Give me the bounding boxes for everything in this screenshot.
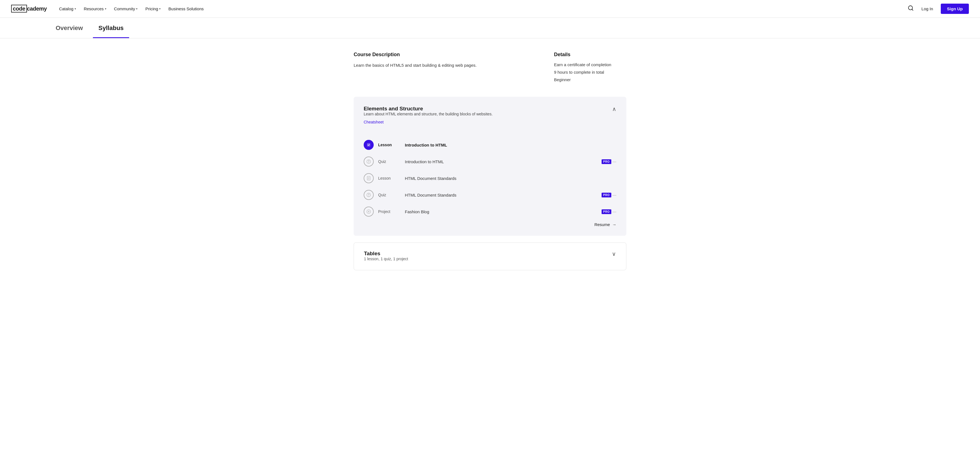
chevron-down-icon: ▾ bbox=[75, 7, 76, 10]
module-subtitle: Learn about HTML elements and structure,… bbox=[364, 112, 493, 116]
lesson-name: Introduction to HTML bbox=[405, 159, 597, 164]
pro-badge: PRO bbox=[601, 159, 611, 164]
nav-item-catalog[interactable]: Catalog ▾ bbox=[56, 4, 79, 13]
module-header-left: Tables 1 lesson, 1 quiz, 1 project bbox=[364, 251, 408, 261]
svg-line-1 bbox=[912, 9, 913, 10]
chevron-down-icon[interactable]: ∨ bbox=[612, 251, 616, 257]
nav-item-community[interactable]: Community ▾ bbox=[111, 4, 141, 13]
pro-dash: — bbox=[612, 159, 616, 164]
nav-links: Catalog ▾ Resources ▾ Community ▾ Pricin… bbox=[56, 4, 907, 13]
lesson-row: Lesson HTML Document Standards bbox=[364, 170, 616, 187]
lesson-name: Introduction to HTML bbox=[405, 143, 616, 147]
module-header: Elements and Structure Learn about HTML … bbox=[364, 106, 616, 131]
module-title: Elements and Structure bbox=[364, 106, 493, 112]
lesson-row: Project Fashion Blog PRO — bbox=[364, 203, 616, 220]
nav-item-resources[interactable]: Resources ▾ bbox=[80, 4, 110, 13]
module-header-left: Elements and Structure Learn about HTML … bbox=[364, 106, 493, 131]
lesson-row: Quiz Introduction to HTML PRO — bbox=[364, 153, 616, 170]
lesson-name: Fashion Blog bbox=[405, 209, 597, 214]
chevron-up-icon[interactable]: ∧ bbox=[612, 106, 616, 112]
nav-right: Log In Sign Up bbox=[908, 4, 969, 14]
course-description-heading: Course Description bbox=[354, 52, 532, 57]
pro-badge-container: PRO — bbox=[601, 159, 616, 164]
resume-button[interactable]: Resume → bbox=[594, 222, 616, 227]
login-button[interactable]: Log In bbox=[918, 4, 937, 13]
module-title: Tables bbox=[364, 251, 408, 257]
quiz-icon bbox=[364, 157, 374, 167]
course-info: Course Description Learn the basics of H… bbox=[354, 52, 626, 83]
navbar: codecademy Catalog ▾ Resources ▾ Communi… bbox=[0, 0, 980, 18]
lesson-type: Quiz bbox=[378, 193, 400, 197]
logo-academy-text: cademy bbox=[27, 6, 47, 12]
pro-dash: — bbox=[612, 209, 616, 214]
lesson-icon-active bbox=[364, 140, 374, 150]
nav-item-business[interactable]: Business Solutions bbox=[165, 4, 207, 13]
chevron-down-icon: ▾ bbox=[159, 7, 161, 10]
lesson-type: Quiz bbox=[378, 159, 400, 164]
pro-badge: PRO bbox=[601, 193, 611, 197]
resume-label: Resume bbox=[594, 222, 610, 227]
svg-point-4 bbox=[369, 162, 369, 163]
lesson-row: Lesson Introduction to HTML bbox=[364, 136, 616, 153]
quiz-icon bbox=[364, 190, 374, 200]
signup-button[interactable]: Sign Up bbox=[941, 4, 969, 14]
module-tables: Tables 1 lesson, 1 quiz, 1 project ∨ bbox=[354, 243, 626, 270]
tab-syllabus[interactable]: Syllabus bbox=[93, 18, 129, 38]
pro-badge-container: PRO — bbox=[601, 209, 616, 214]
course-description: Course Description Learn the basics of H… bbox=[354, 52, 532, 83]
svg-rect-5 bbox=[367, 176, 370, 180]
lesson-icon-inactive bbox=[364, 173, 374, 183]
lesson-name: HTML Document Standards bbox=[405, 193, 597, 197]
cheatsheet-link[interactable]: Cheatsheet bbox=[364, 120, 384, 124]
svg-point-10 bbox=[369, 196, 369, 196]
course-details-text: Earn a certificate of completion 9 hours… bbox=[554, 61, 626, 83]
search-icon[interactable] bbox=[908, 5, 914, 13]
module-header-collapsed: Tables 1 lesson, 1 quiz, 1 project ∨ bbox=[364, 251, 616, 261]
chevron-down-icon: ▾ bbox=[105, 7, 106, 10]
project-icon bbox=[364, 206, 374, 217]
course-details-heading: Details bbox=[554, 52, 626, 57]
chevron-down-icon: ▾ bbox=[136, 7, 137, 10]
resume-row: Resume → bbox=[364, 222, 616, 227]
tabs-bar: Overview Syllabus bbox=[0, 18, 980, 38]
tab-overview[interactable]: Overview bbox=[50, 18, 89, 38]
nav-item-pricing[interactable]: Pricing ▾ bbox=[142, 4, 164, 13]
logo-code-box: code bbox=[11, 5, 27, 13]
lesson-name: HTML Document Standards bbox=[405, 176, 616, 181]
lesson-type: Lesson bbox=[378, 143, 400, 147]
pro-dash: — bbox=[612, 193, 616, 197]
pro-badge-container: PRO — bbox=[601, 193, 616, 197]
lesson-row: Quiz HTML Document Standards PRO — bbox=[364, 187, 616, 203]
module-subtitle-collapsed: 1 lesson, 1 quiz, 1 project bbox=[364, 257, 408, 261]
course-description-text: Learn the basics of HTML5 and start buil… bbox=[354, 62, 532, 69]
course-details: Details Earn a certificate of completion… bbox=[554, 52, 626, 83]
lesson-items: Lesson Introduction to HTML Quiz Introdu… bbox=[364, 136, 616, 220]
lesson-type: Project bbox=[378, 209, 400, 214]
lesson-type: Lesson bbox=[378, 176, 400, 181]
module-elements-and-structure: Elements and Structure Learn about HTML … bbox=[354, 97, 626, 236]
arrow-right-icon: → bbox=[612, 222, 616, 227]
logo[interactable]: codecademy bbox=[11, 6, 47, 12]
pro-badge: PRO bbox=[601, 209, 611, 214]
svg-rect-2 bbox=[367, 143, 370, 146]
main-content: Course Description Learn the basics of H… bbox=[337, 38, 643, 284]
